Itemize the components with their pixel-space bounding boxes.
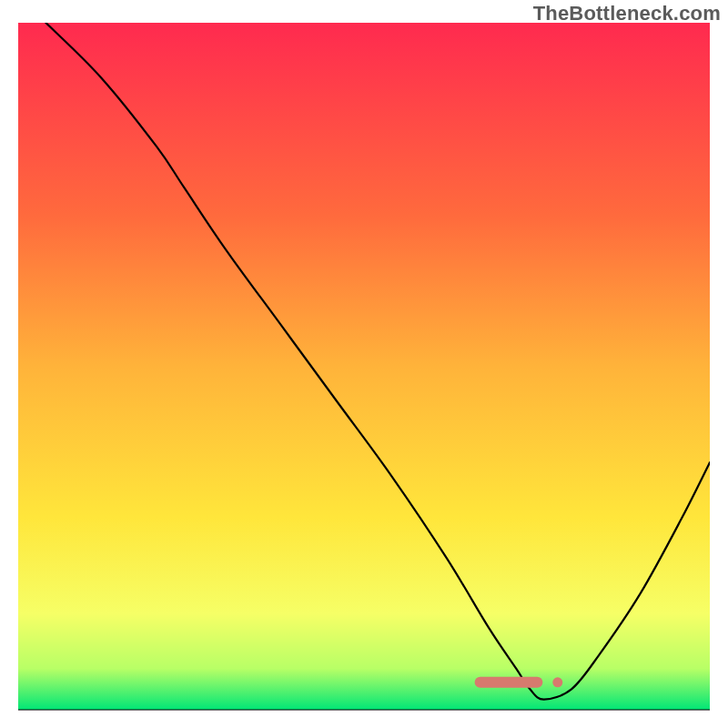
watermark-text: TheBottleneck.com [533,2,721,25]
chart-canvas [0,0,728,728]
bottleneck-chart: TheBottleneck.com [0,0,728,728]
marker-dot [552,677,562,687]
marker-bar [475,677,543,688]
background-gradient [18,23,710,710]
